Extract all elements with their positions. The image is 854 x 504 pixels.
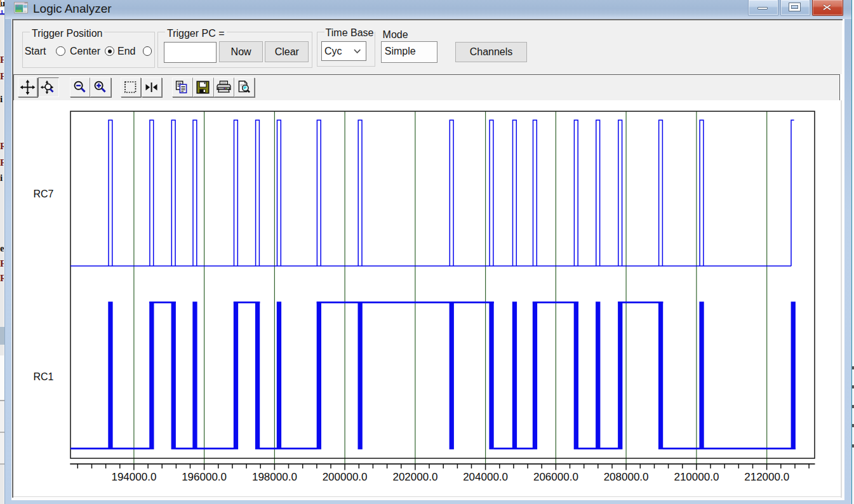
svg-text:210000.0: 210000.0 <box>674 471 719 483</box>
svg-text:206000.0: 206000.0 <box>533 471 578 483</box>
svg-text:204000.0: 204000.0 <box>463 471 508 483</box>
svg-text:202000.0: 202000.0 <box>392 471 437 483</box>
svg-text:194000.0: 194000.0 <box>111 471 156 483</box>
svg-text:RC1: RC1 <box>34 371 54 382</box>
svg-text:208000.0: 208000.0 <box>604 471 649 483</box>
svg-text:198000.0: 198000.0 <box>252 471 297 483</box>
svg-text:212000.0: 212000.0 <box>744 471 789 483</box>
svg-text:RC7: RC7 <box>34 189 54 199</box>
svg-text:200000.0: 200000.0 <box>323 471 368 483</box>
svg-text:196000.0: 196000.0 <box>182 471 227 483</box>
